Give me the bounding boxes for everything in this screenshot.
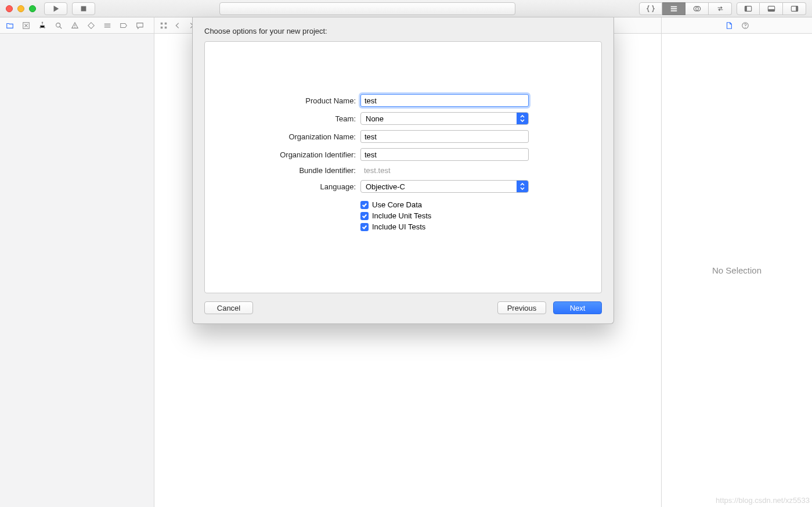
team-select[interactable]: None xyxy=(360,112,529,125)
svg-rect-18 xyxy=(165,26,167,28)
unit-tests-checkbox[interactable]: Include Unit Tests xyxy=(360,211,529,220)
file-inspector-tab[interactable] xyxy=(721,19,737,32)
ui-tests-label: Include UI Tests xyxy=(372,222,425,231)
run-button[interactable] xyxy=(44,2,67,15)
panel-visibility-segmented xyxy=(737,2,806,15)
symbol-navigator-tab[interactable] xyxy=(35,19,50,32)
scheme-activity-bar[interactable] xyxy=(219,2,515,15)
test-navigator-tab[interactable] xyxy=(84,19,99,32)
org-name-field[interactable] xyxy=(360,130,529,143)
breakpoint-icon xyxy=(120,21,128,30)
window-traffic-lights xyxy=(6,5,36,12)
lines-icon xyxy=(670,5,678,13)
find-navigator-tab[interactable] xyxy=(51,19,66,32)
org-id-field[interactable] xyxy=(360,148,529,161)
language-label: Language: xyxy=(205,182,356,191)
svg-point-14 xyxy=(74,26,75,27)
close-icon[interactable] xyxy=(6,5,13,12)
svg-rect-8 xyxy=(796,6,798,11)
svg-point-12 xyxy=(44,27,45,28)
ui-tests-checkbox[interactable]: Include UI Tests xyxy=(360,222,529,231)
help-inspector-tab[interactable] xyxy=(738,19,753,32)
sheet-footer: Cancel Previous Next xyxy=(204,293,602,314)
stop-icon xyxy=(80,5,88,13)
assistant-editor-button[interactable] xyxy=(662,2,685,15)
stop-button[interactable] xyxy=(72,2,95,15)
checkbox-checked-icon xyxy=(360,212,369,220)
navigator-content xyxy=(0,34,154,507)
chevrons-icon xyxy=(517,113,528,124)
square-x-icon xyxy=(22,21,30,30)
braces-icon xyxy=(647,5,655,13)
watermark-text: https://blog.csdn.net/xz5533 xyxy=(716,496,810,505)
source-control-navigator-tab[interactable] xyxy=(19,19,34,32)
venn-icon xyxy=(693,5,701,13)
project-navigator-tab[interactable] xyxy=(2,19,17,32)
checkbox-checked-icon xyxy=(360,201,369,209)
debug-navigator-tab[interactable] xyxy=(100,19,115,32)
checkbox-checked-icon xyxy=(360,223,369,231)
svg-rect-15 xyxy=(161,22,163,24)
svg-point-13 xyxy=(56,23,60,27)
inspector-placeholder: No Selection xyxy=(662,34,812,507)
hierarchy-icon xyxy=(38,21,46,30)
svg-point-11 xyxy=(39,27,41,28)
back-button[interactable] xyxy=(172,20,183,31)
breakpoint-navigator-tab[interactable] xyxy=(116,19,131,32)
product-name-label: Product Name: xyxy=(205,96,356,105)
review-editor-button[interactable] xyxy=(709,2,732,15)
svg-rect-17 xyxy=(161,26,163,28)
toggle-inspector-button[interactable] xyxy=(783,2,806,15)
speech-icon xyxy=(136,21,144,30)
grid-icon xyxy=(160,21,168,30)
search-icon xyxy=(55,21,63,30)
arrows-icon xyxy=(716,5,724,13)
product-name-field[interactable] xyxy=(360,94,529,107)
toggle-navigator-button[interactable] xyxy=(737,2,760,15)
previous-button[interactable]: Previous xyxy=(497,301,546,314)
panel-right-icon xyxy=(791,5,799,13)
options-checkboxes: Use Core Data Include Unit Tests Include… xyxy=(360,200,529,231)
bundle-id-value: test.test xyxy=(360,166,529,175)
editor-mode-segmented xyxy=(639,2,732,15)
unit-tests-label: Include Unit Tests xyxy=(372,211,431,220)
org-name-label: Organization Name: xyxy=(205,132,356,141)
sheet-body: Product Name: Team: None Organization Na… xyxy=(204,41,602,293)
inspector-panel: No Selection xyxy=(661,17,812,507)
version-editor-button[interactable] xyxy=(685,2,709,15)
panel-left-icon xyxy=(744,5,752,13)
inspector-tab-bar xyxy=(662,17,812,34)
standard-editor-button[interactable] xyxy=(639,2,662,15)
bundle-id-label: Bundle Identifier: xyxy=(205,166,356,175)
language-select-value: Objective-C xyxy=(366,182,405,191)
svg-point-10 xyxy=(42,21,44,23)
language-select[interactable]: Objective-C xyxy=(360,180,529,193)
chevrons-icon xyxy=(517,181,528,192)
diamond-icon xyxy=(87,21,95,30)
core-data-checkbox[interactable]: Use Core Data xyxy=(360,200,529,209)
sheet-heading: Choose options for your new project: xyxy=(204,27,602,35)
report-navigator-tab[interactable] xyxy=(132,19,147,32)
chevron-left-icon xyxy=(174,21,182,30)
zoom-icon[interactable] xyxy=(29,5,36,12)
related-items-button[interactable] xyxy=(158,20,169,31)
next-button[interactable]: Next xyxy=(553,301,602,314)
file-icon xyxy=(725,21,733,30)
toggle-debug-button[interactable] xyxy=(760,2,783,15)
cancel-button[interactable]: Cancel xyxy=(204,301,253,314)
project-options-form: Product Name: Team: None Organization Na… xyxy=(205,94,601,231)
team-label: Team: xyxy=(205,114,356,123)
team-select-value: None xyxy=(366,114,384,123)
svg-point-20 xyxy=(745,27,745,27)
navigator-panel xyxy=(0,17,154,507)
minimize-icon[interactable] xyxy=(17,5,24,12)
new-project-sheet: Choose options for your new project: Pro… xyxy=(192,17,614,324)
warning-icon xyxy=(71,21,79,30)
play-icon xyxy=(52,5,60,13)
svg-rect-0 xyxy=(81,6,86,11)
svg-rect-16 xyxy=(165,22,167,24)
issue-navigator-tab[interactable] xyxy=(67,19,82,32)
help-icon xyxy=(741,21,749,30)
panel-bottom-icon xyxy=(767,5,775,13)
gauge-icon xyxy=(103,21,111,30)
